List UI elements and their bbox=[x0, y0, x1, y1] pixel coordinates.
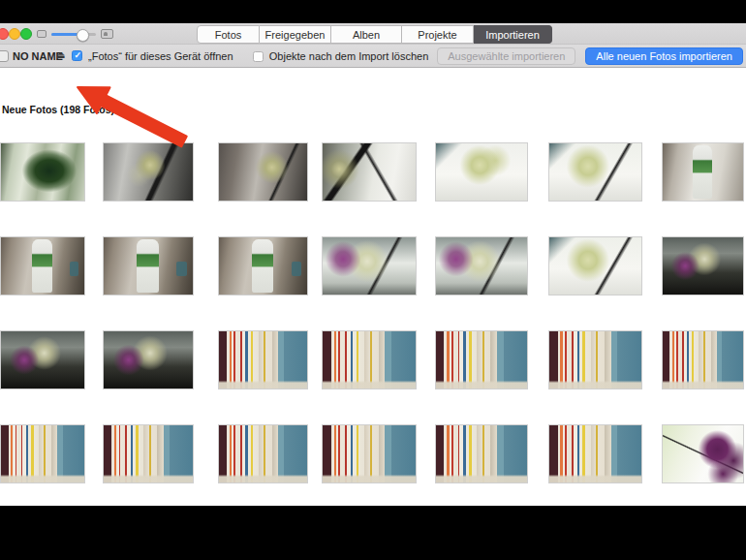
photo-thumbnail[interactable] bbox=[0, 330, 85, 389]
photo-thumbnail[interactable] bbox=[218, 424, 308, 483]
photo-thumbnail[interactable] bbox=[0, 236, 85, 296]
photo-thumbnail[interactable] bbox=[0, 142, 85, 202]
photo-thumbnail[interactable] bbox=[103, 142, 194, 202]
import-options-bar: NO NAME ⏏ „Fotos“ für dieses Gerät öffne… bbox=[0, 45, 746, 68]
photo-thumbnail[interactable] bbox=[322, 236, 417, 296]
tab-projekte[interactable]: Projekte bbox=[402, 25, 474, 44]
small-thumbnails-icon bbox=[37, 30, 47, 38]
photos-app-window: Fotos Freigegeben Alben Projekte Importi… bbox=[0, 23, 746, 506]
camera-device-icon bbox=[0, 50, 9, 62]
tab-freigegeben[interactable]: Freigegeben bbox=[260, 25, 331, 44]
open-photos-for-device-checkbox[interactable] bbox=[72, 50, 82, 61]
zoom-slider-track[interactable] bbox=[51, 33, 96, 36]
zoom-slider-knob[interactable] bbox=[77, 29, 89, 42]
photo-thumbnail[interactable] bbox=[548, 236, 642, 296]
open-photos-for-device-label[interactable]: „Fotos“ für dieses Gerät öffnen bbox=[88, 50, 233, 62]
photo-thumbnail[interactable] bbox=[662, 142, 744, 202]
zoom-window-button[interactable] bbox=[20, 28, 32, 40]
delete-after-import-checkbox[interactable] bbox=[253, 51, 264, 62]
photo-thumbnail[interactable] bbox=[103, 330, 194, 389]
photo-thumbnail[interactable] bbox=[435, 424, 528, 483]
minimize-window-button[interactable] bbox=[9, 28, 20, 40]
import-all-new-photos-button[interactable]: Alle neuen Fotos importieren bbox=[585, 47, 743, 65]
import-actions-group: Objekte nach dem Import löschen Ausgewäh… bbox=[253, 45, 743, 68]
top-letterbox-bar bbox=[0, 0, 746, 23]
delete-after-import-label[interactable]: Objekte nach dem Import löschen bbox=[269, 50, 428, 62]
photo-thumbnail[interactable] bbox=[435, 330, 528, 389]
photo-thumbnail[interactable] bbox=[548, 424, 642, 483]
photo-grid-area: Neue Fotos (198 Fotos) bbox=[0, 68, 746, 529]
main-toolbar: Fotos Freigegeben Alben Projekte Importi… bbox=[0, 23, 746, 45]
view-tab-bar: Fotos Freigegeben Alben Projekte Importi… bbox=[197, 25, 552, 44]
thumbnail-zoom-slider[interactable] bbox=[37, 23, 113, 45]
tab-importieren[interactable]: Importieren bbox=[474, 25, 552, 44]
photo-thumbnail[interactable] bbox=[435, 236, 528, 296]
large-thumbnails-icon bbox=[101, 29, 113, 39]
photo-thumbnail[interactable] bbox=[662, 236, 744, 296]
bottom-letterbox-bar bbox=[0, 506, 746, 560]
section-title: Neue Fotos (198 Fotos) bbox=[2, 104, 114, 115]
close-window-button[interactable] bbox=[0, 28, 9, 40]
photo-thumbnail[interactable] bbox=[103, 236, 194, 296]
photo-thumbnail[interactable] bbox=[103, 424, 194, 483]
photo-thumbnail[interactable] bbox=[218, 330, 308, 389]
photo-thumbnail[interactable] bbox=[662, 424, 744, 483]
photo-thumbnail[interactable] bbox=[435, 142, 528, 202]
photo-thumbnail[interactable] bbox=[218, 236, 308, 296]
eject-icon[interactable]: ⏏ bbox=[56, 49, 65, 60]
photo-thumbnail[interactable] bbox=[662, 330, 744, 389]
photo-thumbnail[interactable] bbox=[322, 142, 417, 202]
photo-thumbnail[interactable] bbox=[0, 424, 85, 483]
photo-thumbnail[interactable] bbox=[322, 330, 417, 389]
tab-fotos[interactable]: Fotos bbox=[197, 25, 260, 44]
photo-thumbnail[interactable] bbox=[322, 424, 417, 483]
photo-thumbnail[interactable] bbox=[548, 142, 642, 202]
tab-alben[interactable]: Alben bbox=[331, 25, 402, 44]
photo-thumbnail[interactable] bbox=[548, 330, 642, 389]
import-selected-button: Ausgewählte importieren bbox=[437, 47, 575, 65]
photo-thumbnail[interactable] bbox=[218, 142, 308, 202]
